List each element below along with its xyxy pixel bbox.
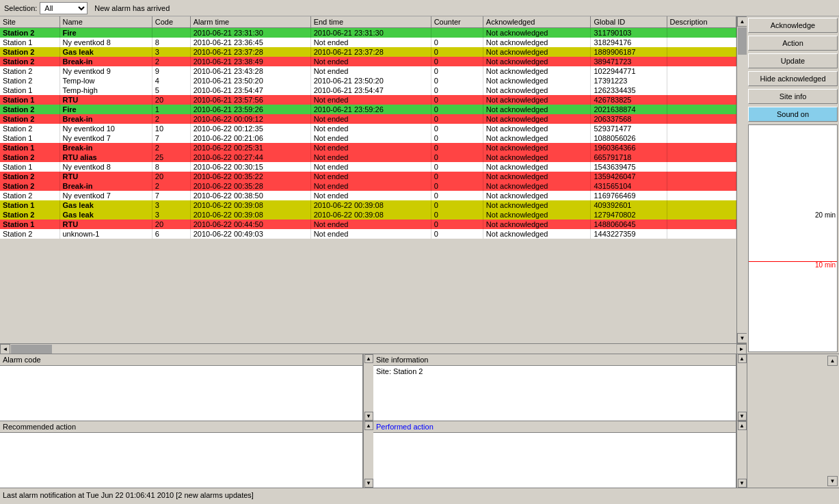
scroll-up-mid-btn[interactable]: ▲ (364, 354, 373, 363)
table-row[interactable]: Station 2Temp-low42010-06-21 23:50:20201… (0, 76, 736, 85)
selection-select[interactable]: All (40, 2, 88, 14)
col-counter: Counter (431, 16, 483, 28)
table-row[interactable]: Station 2Gas leak32010-06-21 23:37:28201… (0, 47, 736, 57)
performed-action-panel: Performed action (373, 421, 736, 488)
scroll-track (737, 27, 747, 333)
bottom-right-panel: ▲ ▼ (747, 354, 839, 488)
performed-action-title: Performed action (373, 421, 736, 433)
scroll-up-btn[interactable]: ▲ (737, 16, 747, 27)
site-info-title: Site information (373, 354, 736, 366)
performed-action-label: Performed action (376, 423, 434, 431)
timeline-10-label: 10 min (815, 261, 836, 269)
col-code: Code (152, 16, 190, 28)
table-wrapper: Site Name Code Alarm time End time Count… (0, 16, 747, 343)
new-alarm-message: New alarm has arrived (94, 4, 170, 12)
scroll-mid-v1[interactable]: ▲ ▼ (363, 354, 373, 421)
table-row[interactable]: Station 1Gas leak32010-06-22 00:39:08201… (0, 200, 736, 210)
table-row[interactable]: Station 2Gas leak32010-06-22 00:39:08201… (0, 210, 736, 220)
table-scrollbar-v[interactable]: ▲ ▼ (736, 16, 747, 343)
table-scroll[interactable]: Site Name Code Alarm time End time Count… (0, 16, 736, 343)
br-bottom-scroll[interactable]: ▼ (827, 476, 838, 486)
table-row[interactable]: Station 1Temp-high52010-06-21 23:54:4720… (0, 85, 736, 95)
table-row[interactable]: Station 1Ny eventkod 882010-06-21 23:36:… (0, 38, 736, 47)
col-end-time: End time (310, 16, 431, 28)
scroll-down-bot2-btn[interactable]: ▼ (738, 479, 747, 488)
table-row[interactable]: Station 1RTU202010-06-21 23:57:56Not end… (0, 95, 736, 105)
scroll-up-bot-btn[interactable]: ▲ (364, 421, 373, 430)
recommended-action-title: Recommended action (0, 421, 362, 433)
update-button[interactable]: Update (748, 53, 838, 68)
bottom-top-row: Alarm code ▲ ▼ Site information Site: St… (0, 354, 747, 421)
site-info-panel: Site information Site: Station 2 (373, 354, 736, 421)
col-global-id: Global ID (591, 16, 667, 28)
scroll-h-track (10, 344, 736, 354)
bottom-bottom-row: Recommended action ▲ ▼ Performed action … (0, 421, 747, 488)
table-row[interactable]: Station 1Ny eventkod 882010-06-22 00:30:… (0, 162, 736, 172)
recommended-action-content (0, 433, 362, 488)
scroll-h-thumb[interactable] (11, 345, 52, 354)
alarm-table: Site Name Code Alarm time End time Count… (0, 16, 736, 239)
table-row[interactable]: Station 2Break-in22010-06-22 00:35:28Not… (0, 181, 736, 191)
table-row[interactable]: Station 2Fire2010-06-21 23:31:302010-06-… (0, 28, 736, 38)
sound-on-button[interactable]: Sound on (748, 107, 838, 122)
scroll-down-btn[interactable]: ▼ (737, 333, 747, 343)
alarm-code-title: Alarm code (0, 354, 362, 366)
left-panel: Site Name Code Alarm time End time Count… (0, 16, 747, 354)
col-name: Name (59, 16, 152, 28)
hide-acknowledged-button[interactable]: Hide acknowledged (748, 71, 838, 86)
scroll-bot-v2[interactable]: ▲ ▼ (736, 421, 747, 488)
br-top-scroll[interactable]: ▲ (827, 356, 838, 366)
alarm-code-panel: Alarm code (0, 354, 363, 421)
scroll-up-mid2-btn[interactable]: ▲ (738, 354, 747, 363)
table-row[interactable]: Station 1Ny eventkod 772010-06-22 00:21:… (0, 133, 736, 143)
right-panel: Acknowledge Action Update Hide acknowled… (747, 16, 839, 354)
bottom-panels: Alarm code ▲ ▼ Site information Site: St… (0, 354, 839, 488)
table-row[interactable]: Station 2Break-in22010-06-22 00:09:12Not… (0, 114, 736, 124)
bottom-left-area: Alarm code ▲ ▼ Site information Site: St… (0, 354, 747, 488)
action-button[interactable]: Action (748, 36, 838, 51)
col-alarm-time: Alarm time (190, 16, 310, 28)
top-bar: Selection: All New alarm has arrived (0, 0, 839, 16)
scroll-down-mid-btn[interactable]: ▼ (364, 412, 373, 421)
scroll-thumb[interactable] (738, 27, 747, 55)
table-row[interactable]: Station 2RTU202010-06-22 00:35:22Not end… (0, 172, 736, 181)
scroll-bot-v1[interactable]: ▲ ▼ (363, 421, 373, 488)
table-row[interactable]: Station 2RTU alias252010-06-22 00:27:44N… (0, 152, 736, 162)
status-bar: Last alarm notification at Tue Jun 22 01… (0, 488, 839, 501)
site-info-button[interactable]: Site info (748, 89, 838, 104)
alarm-code-content (0, 366, 362, 421)
table-row[interactable]: Station 2unknown-162010-06-22 00:49:03No… (0, 229, 736, 239)
table-row[interactable]: Station 2Ny eventkod 992010-06-21 23:43:… (0, 66, 736, 76)
site-info-label: Site information (376, 356, 428, 364)
table-row[interactable]: Station 2Break-in22010-06-21 23:38:49Not… (0, 57, 736, 66)
col-description: Description (667, 16, 736, 28)
scroll-down-mid2-btn[interactable]: ▼ (738, 412, 747, 421)
table-row[interactable]: Station 1RTU202010-06-22 00:44:50Not end… (0, 220, 736, 229)
table-row[interactable]: Station 2Fire12010-06-21 23:59:262010-06… (0, 105, 736, 114)
timeline-20-label: 20 min (815, 211, 836, 219)
table-scrollbar-h[interactable]: ◄ ► (0, 343, 747, 354)
scroll-right-btn[interactable]: ► (736, 344, 747, 354)
table-row[interactable]: Station 2Ny eventkod 10102010-06-22 00:1… (0, 124, 736, 133)
performed-action-content (373, 433, 736, 488)
scroll-up-bot2-btn[interactable]: ▲ (738, 421, 747, 430)
col-site: Site (0, 16, 59, 28)
recommended-action-panel: Recommended action (0, 421, 363, 488)
timeline-panel: 20 min 10 min (748, 124, 838, 352)
bottom-section: Alarm code ▲ ▼ Site information Site: St… (0, 354, 839, 488)
table-row[interactable]: Station 2Ny eventkod 772010-06-22 00:38:… (0, 191, 736, 200)
site-info-content: Site: Station 2 (373, 366, 736, 421)
main-content: Site Name Code Alarm time End time Count… (0, 16, 839, 354)
selection-label: Selection: (4, 4, 37, 12)
acknowledge-button[interactable]: Acknowledge (748, 18, 838, 33)
scroll-mid-v2[interactable]: ▲ ▼ (736, 354, 747, 421)
scroll-left-btn[interactable]: ◄ (0, 344, 10, 354)
status-text: Last alarm notification at Tue Jun 22 01… (3, 491, 254, 499)
table-row[interactable]: Station 1Break-in22010-06-22 00:25:31Not… (0, 143, 736, 152)
scroll-down-bot-btn[interactable]: ▼ (364, 479, 373, 488)
col-acknowledged: Acknowledged (483, 16, 591, 28)
